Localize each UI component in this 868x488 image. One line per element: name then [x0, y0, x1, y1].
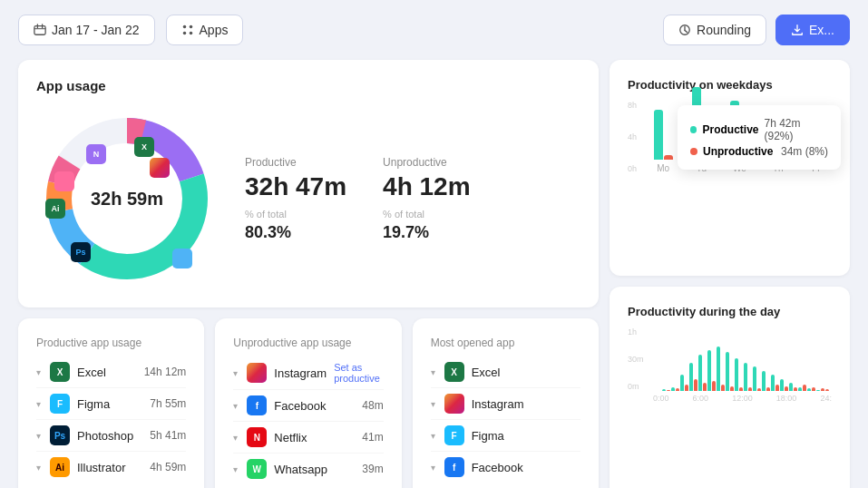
- intraday-bar-group: [816, 337, 824, 391]
- list-item[interactable]: ▾FFigma7h 55m: [36, 388, 186, 420]
- app-name: Whatsapp: [274, 463, 355, 476]
- chevron-down-icon: ▾: [36, 367, 41, 377]
- unproductive-apps-card: Unproductive app usage ▾InstagramSet as …: [215, 318, 401, 488]
- list-item[interactable]: ▾WWhatsapp39m: [233, 454, 383, 484]
- figma-icon: F: [444, 425, 464, 445]
- set-productive-button[interactable]: Set as productive: [334, 362, 384, 384]
- day-group: Mo: [648, 105, 678, 173]
- weekday-chart-area: 8h 4h 0h MoTuWeThFr Productive 7h 42m (9…: [628, 101, 832, 173]
- intraday-chart-title: Productivity during the day: [628, 305, 832, 318]
- facebook-icon: f: [444, 457, 464, 477]
- unproductive-bar: [721, 385, 725, 391]
- list-item[interactable]: ▾PsPhotoshop5h 41m: [36, 420, 186, 452]
- chevron-down-icon: ▾: [36, 399, 41, 409]
- unproductive-bar: [757, 388, 761, 391]
- photoshop-icon: Ps: [50, 425, 70, 445]
- intraday-chart-card: Productivity during the day 1h 30m 0m 0:…: [610, 287, 850, 488]
- chevron-down-icon: ▾: [233, 401, 238, 411]
- figma-icon: F: [50, 394, 70, 414]
- export-label: Ex...: [809, 23, 834, 37]
- productive-bar: [735, 358, 738, 391]
- list-item[interactable]: ▾fFacebook48m: [233, 390, 383, 422]
- app-time: 5h 41m: [150, 429, 186, 442]
- export-button[interactable]: Ex...: [775, 15, 850, 45]
- unproductive-bar: [712, 381, 716, 391]
- app-name: Instagram: [472, 397, 580, 411]
- chevron-down-icon: ▾: [233, 368, 238, 378]
- unproductive-bar: [785, 386, 788, 391]
- productive-bar: [717, 346, 720, 392]
- app-time: 7h 55m: [150, 397, 186, 410]
- app-usage-title: App usage: [36, 78, 580, 93]
- list-item[interactable]: ▾Instagram: [431, 388, 580, 420]
- chevron-down-icon: ▾: [431, 367, 435, 377]
- svg-point-4: [182, 25, 186, 29]
- instagram-icon: [444, 394, 464, 414]
- rounding-icon: [678, 24, 691, 36]
- svg-point-6: [182, 32, 186, 35]
- app-name: Excel: [472, 366, 580, 379]
- illustrator-icon: Ai: [50, 457, 70, 477]
- top-bar: Jan 17 - Jan 22 Apps Rounding Ex...: [0, 0, 868, 60]
- app-time: 48m: [362, 399, 383, 412]
- list-item[interactable]: ▾XExcel14h 12m: [36, 356, 186, 388]
- apps-button[interactable]: Apps: [166, 15, 244, 45]
- tooltip-unproductive-value: 34m (8%): [781, 145, 828, 158]
- app-usage-inner: X Ai Ps N 32h 59m Productive 32h 47m % o…: [36, 108, 580, 289]
- app-name: Photoshop: [77, 429, 142, 443]
- app-usage-card: App usage: [18, 60, 599, 307]
- unproductive-value: 4h 12m: [383, 172, 471, 201]
- productive-bar: [771, 375, 775, 391]
- productive-bar: [780, 379, 784, 392]
- intraday-bar-group: [660, 337, 662, 391]
- intraday-bar-group: [807, 337, 815, 391]
- date-range-button[interactable]: Jan 17 - Jan 22: [18, 15, 155, 45]
- tooltip-unproductive-row: Unproductive 34m (8%): [690, 145, 828, 158]
- excel-icon: X: [50, 362, 70, 382]
- unproductive-bar: [730, 386, 734, 391]
- list-item[interactable]: ▾AiIllustrator4h 59m: [36, 452, 186, 483]
- intraday-bar-group: [680, 337, 688, 391]
- stats-wrap: Productive 32h 47m % of total 80.3% Unpr…: [245, 156, 471, 242]
- weekday-y-axis: 8h 4h 0h: [628, 101, 637, 173]
- intraday-bar-group: [658, 337, 659, 391]
- productive-pct-label: % of total: [245, 209, 346, 220]
- intraday-y-axis: 1h 30m 0m: [628, 327, 644, 391]
- intraday-bar-group: [798, 337, 806, 391]
- intraday-bar-group: [726, 337, 734, 391]
- list-item[interactable]: ▾XExcel: [431, 356, 580, 388]
- unproductive-apps-list: ▾InstagramSet as productive▾fFacebook48m…: [233, 356, 383, 484]
- list-item[interactable]: ▾NNetflix41m: [233, 422, 383, 454]
- app-name: Figma: [472, 429, 580, 443]
- unproductive-bar: [664, 155, 673, 160]
- productive-bar: [689, 363, 693, 392]
- productive-bar: [762, 371, 766, 392]
- unproductive-bar: [739, 387, 743, 392]
- list-item[interactable]: ▾FFigma: [431, 420, 580, 452]
- intraday-bar-group: [717, 337, 725, 391]
- unproductive-apps-title: Unproductive app usage: [233, 337, 383, 349]
- unproductive-bar: [775, 385, 779, 391]
- unproductive-bar: [703, 383, 707, 391]
- list-item[interactable]: ▾InstagramSet as productive: [233, 356, 383, 390]
- list-item[interactable]: ▾fFacebook: [431, 452, 580, 483]
- unproductive-bar: [794, 387, 797, 391]
- calendar-icon: [34, 24, 46, 36]
- intraday-bar-group: [689, 337, 697, 391]
- intraday-bar-group: [753, 337, 761, 391]
- unproductive-bar: [825, 389, 829, 391]
- netflix-icon: N: [247, 427, 267, 447]
- productive-bar: [789, 383, 793, 391]
- tooltip-productive-label: Productive: [702, 123, 758, 136]
- app-time: 39m: [362, 463, 383, 475]
- weekday-chart-card: Productivity on weekdays 8h 4h 0h MoTuWe…: [610, 60, 850, 276]
- intraday-bar-group: [653, 337, 655, 391]
- app-name: Illustrator: [77, 461, 142, 474]
- rounding-button[interactable]: Rounding: [663, 15, 766, 45]
- unproductive-bar: [766, 387, 770, 392]
- chevron-down-icon: ▾: [233, 433, 238, 443]
- weekday-chart-title: Productivity on weekdays: [628, 78, 832, 92]
- chevron-down-icon: ▾: [36, 463, 41, 473]
- svg-line-10: [685, 30, 688, 32]
- rounding-label: Rounding: [697, 23, 751, 37]
